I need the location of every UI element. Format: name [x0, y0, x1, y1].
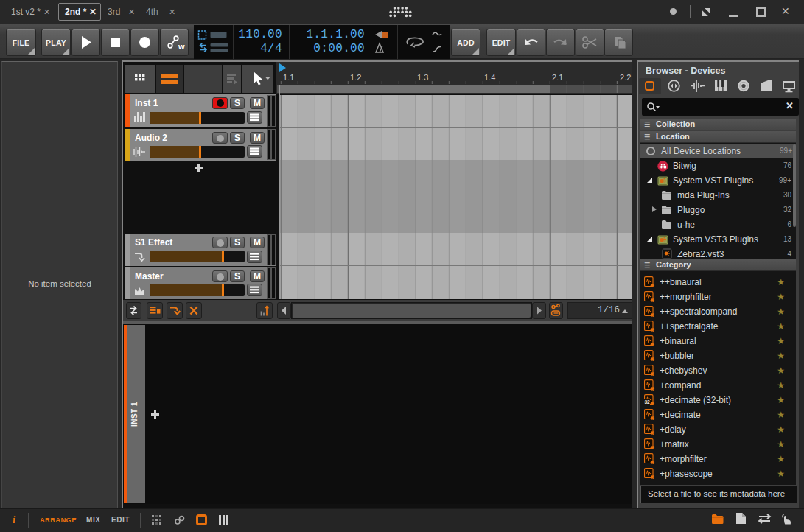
svg-text:w: w	[178, 42, 185, 51]
